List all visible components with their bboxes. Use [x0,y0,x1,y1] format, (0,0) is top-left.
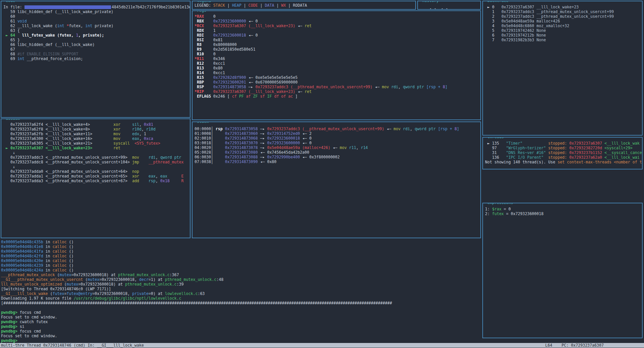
terminal-line: R15 0x729282d8f900 ◂— 0xe5e5e5e5e5e5e5e5 [195,75,480,80]
terminal-line: 1 0x7293237addc3 __pthread_mutex_unlock_… [485,9,642,14]
terminal-line: lll_mutex_unlock_optimized (mutex=0x7293… [1,282,481,287]
expressions-panel-title: expressions [486,203,514,205]
backtrace-lines: ► 0 0x7293237a6307 __lll_lock_wake+23 1 … [485,5,642,42]
terminal-line: __GI___lll_lock_wake (futex=futex@entry=… [1,291,481,296]
terminal-line: pwndbg> cwatch futex [1,319,481,324]
status-bar-left: multi-thre Thread 0x7293148746 (cmd) In:… [1,343,144,348]
disasm-lines: 0x7293237a62f4 <__lll_lock_wake+4> xor s… [3,122,190,183]
terminal-line: RDI 0x729323600018 ◂— 0 [195,33,480,38]
terminal-line: [Switching to Thread 0x7293148746c0 (LWP… [1,287,481,291]
terminal-line: 0x7293237addc3 <__pthread_mutex_unlock_u… [3,155,190,160]
terminal-line: ► 0 0x7293237a6307 __lll_lock_wake+23 [485,5,642,9]
terminal-line: 65 } [3,38,190,42]
expressions-lines: 1: $rax = 02: futex = 0x729323600018 [485,207,642,216]
terminal-line: 97 "WrGlyph~terizer" stopped: 0x72932382… [485,146,642,150]
threads-lines: ► 135 "Timer" stopped: 0x7293237a6307 <_… [485,141,642,164]
terminal-line: pwndbg> focus cmd [1,310,481,315]
history-forward-button[interactable]: [→] [441,8,448,10]
terminal-line: 06:0030│ 0x729314873088 —▸ 0x7292990be40… [195,155,480,159]
legend-panel: legend LEGEND: STACK | HEAP | CODE | DAT… [192,1,416,10]
terminal-line: ↓ [3,150,190,155]
terminal-line: 67 [3,47,190,52]
command-output: 0x00005e04d48c435b in calloc ()0x00005e0… [1,240,481,305]
backtrace-panel: backtrace ► 0 0x7293237a6307 __lll_lock_… [482,1,643,136]
terminal-line: 69 int __pthread_force_elision; [3,56,190,61]
stack-panel-title: stack [196,121,210,124]
disasm-panel-title: disasm [5,118,21,121]
terminal-line: R13 0x80 [195,66,480,70]
terminal-line: *RCX 0x7293237a6307 (__lll_lock_wake+23)… [195,23,480,28]
terminal-line: 0x7293237a6305 <__lll_lock_wake+21> sysc… [3,141,190,146]
terminal-line: 136 "IPC I/O Parent" stopped: 0x7293237a… [485,155,642,160]
redacted-filename [24,5,111,9]
terminal-line: 59 libc_hidden_def (__lll_lock_wake_priv… [3,9,190,14]
terminal-line: pwndbg> si [1,324,481,329]
terminal-line: 00:0000│ rsp 0x729314873058 —▸ 0x7293237… [195,127,480,131]
terminal-line: 61 void [3,19,190,23]
terminal-line: [#######################################… [1,301,481,305]
terminal-line: R12 0xcc1 [195,61,480,66]
stack-panel: stack 00:0000│ rsp 0x729314873058 —▸ 0x7… [192,121,481,238]
code-panel-title: code [5,1,16,3]
threads-panel-title: threads [486,137,505,139]
stack-lines: 00:0000│ rsp 0x729314873058 —▸ 0x7293237… [195,127,480,164]
terminal-line: 60 [3,14,190,19]
terminal-line: R14 0xcc1 [195,70,480,75]
terminal-line: 0x00005e04d48c4239 in calloc () [1,263,481,268]
status-bar-right: L64 PC: 0x7293237a6307 [545,343,604,348]
terminal-line: pwndbg> focus cmd [1,329,481,334]
history-panel: history [←] [→] [417,1,481,10]
terminal-line: ► 0x7293237a6307 <__lll_lock_wake+23> re… [3,146,190,150]
terminal-line: 31 "DNS Res~ver #16" stopped: 0x7293237b… [485,150,642,155]
terminal-line: Focus set to cmd window. [1,334,481,338]
terminal-line: RDX 1 [195,28,480,33]
terminal-line: 68 #if ENABLE_ELISION_SUPPORT [3,52,190,56]
legend-lines: LEGEND: STACK | HEAP | CODE | DATA | WX … [195,3,415,8]
terminal-line: 0x00005e04d48c41e8 in calloc () [1,244,481,249]
terminal-line: *R11 0x346 [195,56,480,61]
terminal-line: 05:0028│ 0x729314873080 ◂— 0x7456e45da42… [195,150,480,155]
terminal-line: 0x00005e04d48c435b in calloc () [1,240,481,244]
terminal-line: 5 0x729319742462 None [485,28,642,33]
terminal-line: RSP 0x729314873058 —▸ 0x7293237addc3 (__… [195,85,480,89]
terminal-line: 0x7293237a62fb <__lll_lock_wake+11> mov … [3,132,190,136]
terminal-line: 03:0018│ 0x729314873070 —▸ 0x72932360000… [195,141,480,145]
terminal-line: 3 0x5e04d48ae59a malloc+426 [485,19,642,23]
terminal-line: *RAX 0 [195,14,480,19]
terminal-line: 0x7293237a62f8 <__lll_lock_wake+8> xor r… [3,127,190,132]
command-prompt[interactable]: pwndbg> focus cmdFocus set to cmd window… [1,310,481,343]
terminal-line: 63 { [3,28,190,33]
backtrace-panel-title: backtrace [486,1,509,3]
terminal-line: pwndbg> [1,338,481,343]
terminal-line: EFLAGS 0x246 [ cf PF af ZF sf IF df of a… [195,94,480,99]
history-button-gap [436,8,441,10]
terminal-line: R10 0 [195,52,480,56]
terminal-line: 2 0x7293237addc3 __pthread_mutex_unlock_… [485,14,642,19]
terminal-line: __GI___pthread_mutex_unlock_usercnt (mut… [1,277,481,282]
terminal-line: 0x7293237addc8 <__pthread_mutex_unlock_u… [3,160,190,164]
terminal-line: 04:0020│ 0x729314873078 —▸ 0x5e04d48ae59… [195,145,480,150]
terminal-line: 4 0x5e04d48c6860 moz_xmalloc+32 [485,23,642,28]
terminal-line: 7 0x72931982b3b3 None [485,38,642,42]
terminal-line: ___pthread_mutex_unlock (mutex=0x7293236… [1,272,481,277]
terminal-line: 0x00005e04d48c424a in calloc () [1,268,481,272]
terminal-line: Focus set to cmd window. [1,315,481,319]
terminal-line: ↓ [3,164,190,169]
terminal-line: Not showing 140 thread(s). Use set conte… [485,160,642,164]
terminal-line: 0x7293237adda1 <__pthread_mutex_unlock_u… [3,174,190,179]
terminal-line: 01:0008│ 0x729314873060 —▸ 0x729314752ed… [195,131,480,136]
terminal-line: 6 0x72931974212b None [485,33,642,38]
terminal-line: 0x7293237a6300 <__lll_lock_wake+16> mov … [3,136,190,141]
history-panel-title: history [421,1,440,3]
history-back-button[interactable]: [←] [429,8,436,10]
registers-panel: regs *RAX 0 RBX 0x729323600000 ◂— 0*RCX … [192,10,481,120]
terminal-line: 0x00005e04d48c420e in calloc () [1,258,481,263]
threads-panel: threads ► 135 "Timer" stopped: 0x7293237… [482,137,643,169]
terminal-line: R9 0x2d561850ed580e51 [195,47,480,52]
terminal-line: ► 135 "Timer" stopped: 0x7293237a6307 <_… [485,141,642,146]
terminal-line: 02:0010│ 0x729314873068 —▸ 0x72932360001… [195,136,480,141]
disasm-panel: disasm 0x7293237a62f4 <__lll_lock_wake+4… [1,118,191,238]
terminal-line: RSI 0x81 [195,38,480,42]
registers-panel-title: regs [196,10,207,13]
code-lines: In file: 4845db211e7b42c7176f9be21b8301e… [3,5,190,61]
